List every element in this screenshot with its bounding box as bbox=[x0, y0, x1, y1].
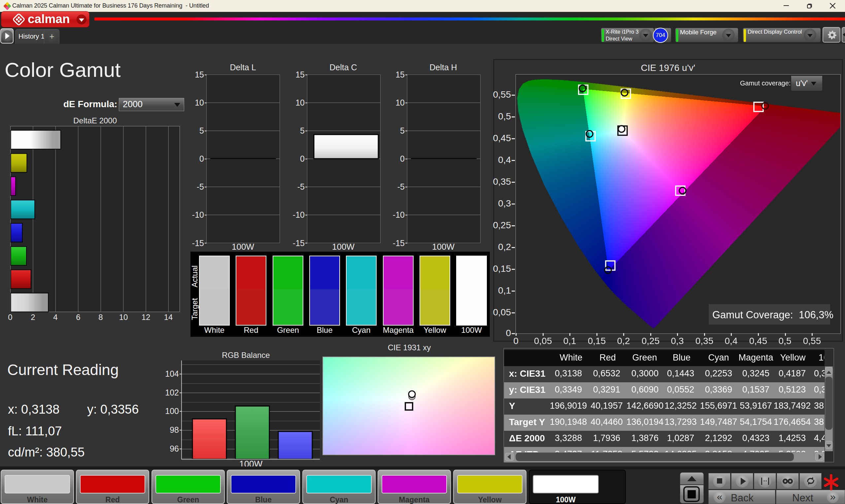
svg-text:10: 10 bbox=[195, 98, 204, 107]
svg-text:15: 15 bbox=[195, 70, 204, 79]
svg-text:0: 0 bbox=[8, 313, 12, 322]
svg-text:100W: 100W bbox=[432, 242, 455, 252]
svg-text:4: 4 bbox=[53, 313, 57, 322]
svg-text:10: 10 bbox=[119, 313, 128, 322]
svg-text:Gamut Coverage: 106,3%: Gamut Coverage: 106,3% bbox=[712, 309, 833, 321]
svg-text:6: 6 bbox=[76, 313, 80, 322]
svg-text:Delta H: Delta H bbox=[429, 63, 457, 72]
svg-text:-10: -10 bbox=[293, 210, 305, 219]
svg-text:-10: -10 bbox=[393, 210, 405, 219]
svg-text:10: 10 bbox=[295, 98, 305, 107]
svg-text:-15: -15 bbox=[192, 238, 204, 248]
svg-text:96: 96 bbox=[170, 444, 179, 453]
svg-text:15: 15 bbox=[395, 70, 405, 79]
svg-text:0: 0 bbox=[300, 154, 305, 163]
svg-text:5: 5 bbox=[300, 126, 305, 135]
svg-text:14: 14 bbox=[164, 313, 173, 322]
svg-text:Delta C: Delta C bbox=[330, 63, 357, 72]
svg-text:2: 2 bbox=[31, 313, 35, 322]
svg-text:0: 0 bbox=[400, 154, 405, 163]
svg-text:102: 102 bbox=[165, 388, 179, 397]
svg-text:-15: -15 bbox=[293, 238, 305, 248]
svg-text:5: 5 bbox=[199, 126, 204, 135]
svg-text:15: 15 bbox=[295, 70, 305, 79]
svg-text:98: 98 bbox=[170, 425, 179, 434]
svg-text:100W: 100W bbox=[332, 242, 354, 252]
svg-text:-10: -10 bbox=[192, 210, 204, 219]
svg-text:8: 8 bbox=[99, 313, 103, 322]
svg-text:104: 104 bbox=[165, 369, 179, 378]
svg-text:Delta L: Delta L bbox=[230, 63, 256, 72]
svg-text:5: 5 bbox=[400, 126, 405, 135]
svg-text:100: 100 bbox=[165, 407, 179, 416]
svg-text:-5: -5 bbox=[398, 182, 405, 191]
svg-text:10: 10 bbox=[395, 98, 405, 107]
svg-text:-15: -15 bbox=[393, 238, 405, 248]
svg-text:-5: -5 bbox=[297, 182, 305, 191]
svg-text:-5: -5 bbox=[197, 182, 204, 191]
svg-text:0: 0 bbox=[199, 154, 204, 163]
svg-text:100W: 100W bbox=[232, 242, 254, 252]
svg-text:12: 12 bbox=[142, 313, 151, 322]
